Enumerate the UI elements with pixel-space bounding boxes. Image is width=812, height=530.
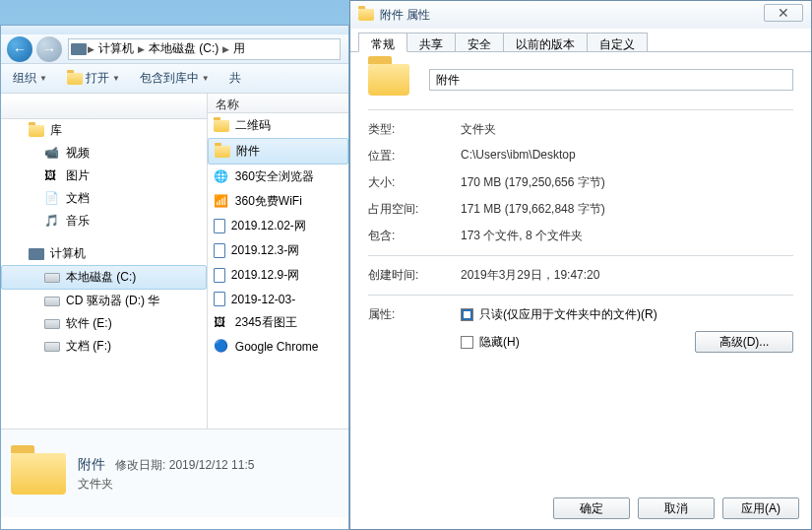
apply-button[interactable]: 应用(A) — [722, 497, 799, 519]
list-item[interactable]: 🖼2345看图王 — [208, 310, 348, 335]
watermark: ◉ 路由器 — [739, 465, 806, 493]
properties-dialog: 附件 属性 ✕ 常规 共享 安全 以前的版本 自定义 类型:文件夹 位置:C:\… — [349, 0, 812, 530]
sidebar-computer[interactable]: 计算机 — [1, 242, 207, 265]
explorer-window: ← → ▶ 计算机 ▶ 本地磁盘 (C:) ▶ 用 组织▼ 打开▼ 包含到库中▼… — [0, 25, 349, 530]
dialog-title: 附件 属性 ✕ — [350, 1, 811, 29]
folder-icon — [368, 64, 409, 96]
dialog-buttons: 确定 取消 应用(A) — [553, 497, 799, 519]
toolbar: 组织▼ 打开▼ 包含到库中▼ 共 — [1, 64, 348, 94]
sidebar-item-video[interactable]: 📹视频 — [1, 142, 207, 165]
list-item[interactable]: 🔵Google Chrome — [208, 335, 348, 359]
prop-disk: 171 MB (179,662,848 字节) — [461, 201, 605, 218]
back-button[interactable]: ← — [7, 36, 32, 62]
sidebar-item-drive-d[interactable]: CD 驱动器 (D:) 华 — [1, 290, 207, 312]
prop-type: 文件夹 — [461, 121, 496, 138]
tab-general[interactable]: 常规 — [358, 33, 407, 52]
drive-icon — [44, 342, 60, 352]
details-type: 文件夹 — [78, 477, 113, 491]
watermark-icon: ◉ — [739, 465, 767, 493]
list-item[interactable]: 2019.12.9-网 — [208, 263, 348, 288]
sidebar-item-music[interactable]: 🎵音乐 — [1, 210, 207, 232]
nav-bar: ← → ▶ 计算机 ▶ 本地磁盘 (C:) ▶ 用 — [1, 34, 348, 64]
prop-location: C:\Users\ibm\Desktop — [461, 148, 576, 165]
computer-icon — [29, 248, 44, 260]
list-item[interactable]: 附件 — [208, 138, 348, 165]
folder-icon — [67, 73, 83, 85]
breadcrumb-seg[interactable]: 本地磁盘 (C:) — [146, 40, 221, 57]
breadcrumb-seg[interactable]: 用 — [230, 40, 248, 57]
folder-icon — [215, 146, 230, 158]
doc-icon — [214, 292, 225, 306]
chrome-icon: 🔵 — [214, 339, 229, 355]
prop-created: 2019年3月29日，19:47:20 — [461, 267, 599, 284]
list-item[interactable]: 2019.12.3-网 — [208, 238, 348, 263]
details-pane: 附件 修改日期: 2019/12/12 11:5 文件夹 — [1, 429, 348, 517]
readonly-label: 只读(仅应用于文件夹中的文件)(R) — [479, 306, 657, 323]
prop-size: 170 MB (179,250,656 字节) — [461, 174, 605, 191]
advanced-button[interactable]: 高级(D)... — [695, 331, 793, 353]
close-button[interactable]: ✕ — [764, 4, 803, 22]
tab-custom[interactable]: 自定义 — [587, 33, 648, 51]
address-bar[interactable]: ▶ 计算机 ▶ 本地磁盘 (C:) ▶ 用 — [68, 38, 341, 60]
sidebar-item-drive-c[interactable]: 本地磁盘 (C:) — [1, 265, 207, 290]
drive-icon — [44, 273, 60, 283]
share-menu[interactable]: 共 — [223, 68, 247, 89]
folder-icon — [214, 120, 229, 132]
include-menu[interactable]: 包含到库中▼ — [134, 68, 216, 89]
cd-icon — [44, 297, 60, 306]
picture-icon: 🖼 — [44, 168, 60, 184]
details-date-label: 修改日期: — [115, 458, 165, 472]
doc-icon — [214, 219, 225, 233]
doc-icon — [214, 243, 225, 258]
details-name: 附件 — [78, 456, 105, 472]
app-icon: 🌐 — [214, 169, 229, 185]
tab-sharing[interactable]: 共享 — [406, 33, 456, 51]
tab-strip: 常规 共享 安全 以前的版本 自定义 — [350, 29, 811, 52]
video-icon: 📹 — [44, 146, 60, 162]
folder-icon — [358, 9, 374, 21]
hidden-checkbox[interactable] — [461, 336, 473, 349]
tab-security[interactable]: 安全 — [455, 33, 504, 51]
list-item[interactable]: 📶360免费WiFi — [208, 189, 348, 214]
list-item[interactable]: 2019.12.02-网 — [208, 214, 348, 238]
folder-icon — [11, 453, 66, 495]
hidden-label: 隐藏(H) — [479, 334, 520, 351]
breadcrumb-seg[interactable]: 计算机 — [95, 40, 137, 57]
list-item[interactable]: 二维码 — [208, 113, 348, 138]
nav-sidebar: 库 📹视频 🖼图片 📄文档 🎵音乐 计算机 本地磁盘 (C:) CD 驱动器 (… — [1, 94, 207, 429]
open-button[interactable]: 打开▼ — [61, 68, 126, 89]
sidebar-item-drive-e[interactable]: 软件 (E:) — [1, 312, 207, 335]
list-item[interactable]: 🌐360安全浏览器 — [208, 165, 348, 189]
column-header-name[interactable]: 名称 — [208, 94, 348, 113]
tab-panel-general: 类型:文件夹 位置:C:\Users\ibm\Desktop 大小:170 MB… — [350, 52, 811, 369]
sidebar-item-pictures[interactable]: 🖼图片 — [1, 165, 207, 187]
doc-icon: 📄 — [44, 191, 60, 207]
ok-button[interactable]: 确定 — [553, 497, 630, 519]
forward-button[interactable]: → — [36, 36, 62, 62]
music-icon: 🎵 — [44, 214, 60, 230]
computer-icon — [71, 43, 87, 55]
cancel-button[interactable]: 取消 — [638, 497, 715, 519]
name-input[interactable] — [429, 69, 793, 91]
app-icon: 🖼 — [214, 315, 229, 331]
doc-icon — [214, 268, 225, 283]
sidebar-libraries[interactable]: 库 — [1, 119, 207, 142]
tab-previous[interactable]: 以前的版本 — [503, 33, 588, 51]
sidebar-item-drive-f[interactable]: 文档 (F:) — [1, 335, 207, 358]
readonly-checkbox[interactable] — [461, 308, 473, 321]
prop-contains: 173 个文件, 8 个文件夹 — [461, 228, 583, 244]
drive-icon — [44, 319, 60, 329]
sidebar-item-documents[interactable]: 📄文档 — [1, 187, 207, 210]
wifi-icon: 📶 — [214, 194, 229, 210]
details-date: 2019/12/12 11:5 — [169, 458, 255, 472]
library-icon — [29, 125, 44, 137]
file-list: 名称 二维码 附件 🌐360安全浏览器 📶360免费WiFi 2019.12.0… — [207, 94, 348, 429]
list-item[interactable]: 2019-12-03- — [208, 288, 348, 310]
organize-menu[interactable]: 组织▼ — [7, 68, 53, 89]
